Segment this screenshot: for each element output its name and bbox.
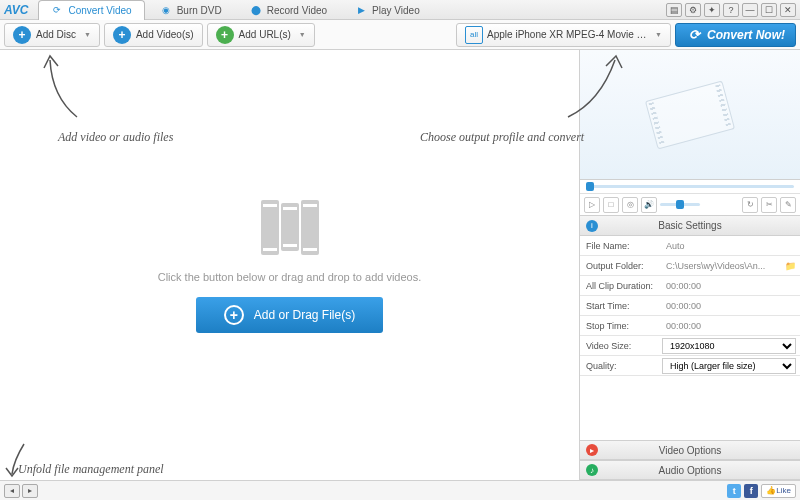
play-icon: ▶ [355,4,367,16]
tools-icon[interactable]: ✦ [704,3,720,17]
video-icon: ▸ [586,444,598,456]
snapshot-button[interactable]: ◎ [622,197,638,213]
playback-controls: ▷ □ ◎ 🔊 ↻ ✂ ✎ [580,194,800,216]
audio-icon: ♪ [586,464,598,476]
volume-slider[interactable] [660,203,700,206]
chevron-down-icon: ▼ [299,31,306,38]
rotate-button[interactable]: ↻ [742,197,758,213]
preview-pane [580,50,800,180]
edit-button[interactable]: ✎ [780,197,796,213]
setting-video-size[interactable]: Video Size:1920x1080 [580,336,800,356]
button-label: Convert Now! [707,28,785,42]
cut-button[interactable]: ✂ [761,197,777,213]
video-plus-icon: + [113,26,131,44]
film-placeholder-icon [255,197,325,257]
header-label: Basic Settings [658,220,721,231]
main-area: Click the button below or drag and drop … [0,50,800,480]
record-icon: ⬤ [250,4,262,16]
audio-options-header[interactable]: ♪Audio Options [580,460,800,480]
mute-button[interactable]: 🔊 [641,197,657,213]
side-panel: ▷ □ ◎ 🔊 ↻ ✂ ✎ iBasic Settings File Name:… [580,50,800,480]
workspace[interactable]: Click the button below or drag and drop … [0,50,580,480]
chevron-down-icon: ▼ [84,31,91,38]
play-button[interactable]: ▷ [584,197,600,213]
quality-select[interactable]: High (Larger file size) [662,358,796,374]
bottom-bar: ◂ ▸ t f 👍 Like [0,480,800,500]
header-label: Video Options [659,445,722,456]
tab-strip: ⟳Convert Video ◉Burn DVD ⬤Record Video ▶… [38,0,434,20]
file-icon[interactable]: ▤ [666,3,682,17]
button-label: Add Disc [36,29,76,40]
setting-all-clip-duration: All Clip Duration:00:00:00 [580,276,800,296]
video-size-select[interactable]: 1920x1080 [662,338,796,354]
output-profile-selector[interactable]: allApple iPhone XR MPEG-4 Movie (*.m...▼ [456,23,671,47]
header-label: Audio Options [659,465,722,476]
profile-label: Apple iPhone XR MPEG-4 Movie (*.m... [487,29,647,40]
twitter-icon[interactable]: t [727,484,741,498]
setting-quality[interactable]: Quality:High (Larger file size) [580,356,800,376]
add-files-button[interactable]: +Add or Drag File(s) [196,297,383,333]
button-label: Add URL(s) [239,29,291,40]
unfold-panel-button[interactable]: ◂ [4,484,20,498]
annotation-unfold-panel: Unfold file management panel [18,462,164,477]
tab-convert-video[interactable]: ⟳Convert Video [38,0,144,20]
tab-burn-dvd[interactable]: ◉Burn DVD [147,0,235,20]
tab-label: Convert Video [68,5,131,16]
collapse-panel-button[interactable]: ▸ [22,484,38,498]
convert-now-button[interactable]: ⟳Convert Now! [675,23,796,47]
seek-slider[interactable] [580,180,800,194]
titlebar: AVC ⟳Convert Video ◉Burn DVD ⬤Record Vid… [0,0,800,20]
app-logo: AVC [4,3,28,17]
maximize-icon[interactable]: ☐ [761,3,777,17]
toolbar: +Add Disc▼ +Add Video(s) +Add URL(s)▼ al… [0,20,800,50]
film-icon [645,80,735,149]
basic-settings-header: iBasic Settings [580,216,800,236]
video-options-header[interactable]: ▸Video Options [580,440,800,460]
setting-output-folder[interactable]: Output Folder:C:\Users\wy\Videos\An...📁 [580,256,800,276]
stop-button[interactable]: □ [603,197,619,213]
button-label: Add or Drag File(s) [254,308,355,322]
add-videos-button[interactable]: +Add Video(s) [104,23,203,47]
minimize-icon[interactable]: — [742,3,758,17]
button-label: Add Video(s) [136,29,194,40]
chevron-down-icon: ▼ [655,31,662,38]
globe-plus-icon: + [216,26,234,44]
social-buttons: t f 👍 Like [727,484,796,498]
gear-icon[interactable]: ⚙ [685,3,701,17]
add-urls-button[interactable]: +Add URL(s)▼ [207,23,315,47]
setting-stop-time: Stop Time:00:00:00 [580,316,800,336]
basic-settings: File Name:Auto Output Folder:C:\Users\wy… [580,236,800,376]
tab-record-video[interactable]: ⬤Record Video [237,0,340,20]
tab-label: Play Video [372,5,420,16]
disc-plus-icon: + [13,26,31,44]
profile-icon: all [465,26,483,44]
annotation-add-files: Add video or audio files [58,130,173,145]
info-icon: i [586,220,598,232]
drop-hint: Click the button below or drag and drop … [158,271,422,283]
add-disc-button[interactable]: +Add Disc▼ [4,23,100,47]
folder-icon[interactable]: 📁 [785,261,796,271]
annotation-choose-profile: Choose output profile and convert [420,130,584,145]
plus-icon: + [224,305,244,325]
tab-label: Record Video [267,5,327,16]
facebook-icon[interactable]: f [744,484,758,498]
disc-icon: ◉ [160,4,172,16]
setting-file-name: File Name:Auto [580,236,800,256]
tab-play-video[interactable]: ▶Play Video [342,0,433,20]
tab-label: Burn DVD [177,5,222,16]
convert-icon: ⟳ [51,4,63,16]
help-icon[interactable]: ? [723,3,739,17]
close-icon[interactable]: ✕ [780,3,796,17]
like-button[interactable]: 👍 Like [761,484,796,498]
refresh-icon: ⟳ [686,27,702,43]
setting-start-time: Start Time:00:00:00 [580,296,800,316]
